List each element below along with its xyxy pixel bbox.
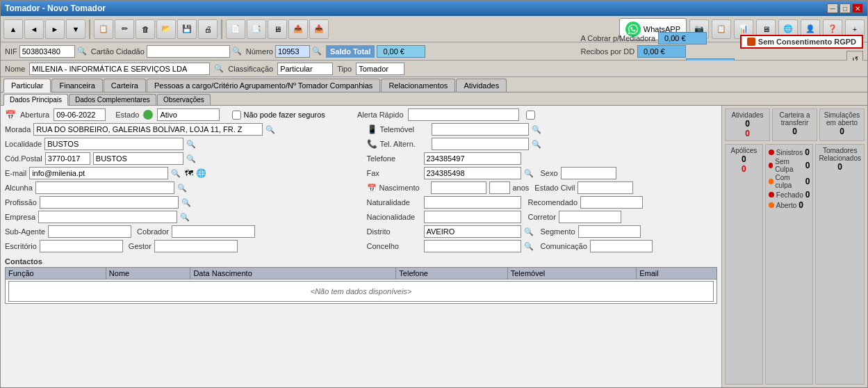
nif-input[interactable] — [19, 45, 75, 58]
tab-atividades[interactable]: Atividades — [456, 79, 507, 92]
subtab-dados-principais[interactable]: Dados Principais — [3, 94, 68, 106]
alcunha-row: Alcunha 🔍 — [5, 181, 356, 194]
nav-up-button[interactable]: ▲ — [3, 19, 23, 39]
tel-altern-input[interactable] — [432, 138, 529, 150]
numero-search-icon[interactable]: 🔍 — [312, 47, 322, 56]
nav-back-button[interactable]: ◄ — [24, 19, 44, 39]
down-icon: ▼ — [72, 25, 80, 33]
gestor-input[interactable] — [154, 240, 238, 252]
right-panel: Atividades 0 0 Carteira atransferir 0 Si… — [721, 106, 867, 387]
nav-forward-button[interactable]: ► — [45, 19, 65, 39]
save-button[interactable]: 💾 — [177, 19, 197, 39]
segmento-input[interactable] — [578, 225, 641, 238]
edit-button[interactable]: ✏ — [115, 19, 134, 39]
numero-input[interactable] — [275, 45, 310, 58]
tomadores-value: 0 — [819, 162, 861, 172]
estado-input[interactable] — [157, 108, 220, 121]
nav-down-button[interactable]: ▼ — [66, 19, 85, 39]
concelho-search-icon[interactable]: 🔍 — [524, 242, 534, 251]
fax-input[interactable] — [424, 167, 521, 179]
recomendado-input[interactable] — [580, 196, 643, 209]
alerta-checkbox[interactable] — [526, 111, 535, 120]
telemovel-search-icon[interactable]: 🔍 — [532, 125, 541, 134]
copy-button[interactable]: 📋 — [94, 19, 113, 39]
concelho-input[interactable] — [424, 240, 521, 252]
rgpd-button[interactable]: Sem Consentimento RGPD — [740, 35, 863, 49]
estado-civil-input[interactable] — [578, 181, 633, 194]
tab-pessoas[interactable]: Pessoas a cargo/Critério Agrupamento/Nº … — [147, 79, 380, 92]
nao-pode-checkbox-group[interactable]: Não pode fazer seguros — [232, 111, 325, 120]
email-input[interactable] — [29, 167, 168, 179]
email-search-icon[interactable]: 🔍 — [171, 169, 181, 178]
alcunha-input[interactable] — [35, 181, 174, 194]
print-button[interactable]: 🖨 — [198, 19, 218, 39]
sexo-input[interactable] — [561, 167, 616, 179]
nao-pode-checkbox[interactable] — [232, 111, 241, 120]
distrito-search-icon[interactable]: 🔍 — [524, 227, 534, 236]
comunicacao-input[interactable] — [590, 240, 653, 252]
cod-postal-input2[interactable] — [93, 152, 183, 165]
extra-btn-5[interactable]: 📥 — [309, 19, 329, 39]
nascimento-input[interactable] — [431, 181, 486, 194]
distrito-input[interactable] — [424, 225, 521, 238]
naturalidade-input[interactable] — [424, 196, 521, 209]
distrito-label: Distrito — [367, 227, 421, 236]
localidade-input[interactable] — [44, 138, 183, 150]
escritorio-input[interactable] — [40, 240, 123, 252]
nif-search-icon[interactable]: 🔍 — [77, 47, 87, 56]
map-icon[interactable]: 🗺 — [185, 168, 193, 178]
atividades-sub-value: 0 — [728, 129, 767, 138]
profissao-search-icon[interactable]: 🔍 — [181, 198, 191, 207]
tab-financeira[interactable]: Financeira — [51, 79, 102, 92]
window-title: Tomador - Novo Tomador — [5, 3, 106, 13]
profissao-label: Profissão — [5, 198, 37, 207]
fechado-value: 0 — [805, 190, 810, 200]
profissao-input[interactable] — [40, 196, 179, 209]
close-button[interactable]: ✕ — [852, 3, 863, 13]
minimize-button[interactable]: ─ — [827, 3, 838, 13]
recomendado-label: Recomendado — [528, 198, 578, 207]
localidade-search-icon[interactable]: 🔍 — [186, 140, 196, 149]
tel-altern-search-icon[interactable]: 🔍 — [532, 140, 541, 149]
extra-btn-1[interactable]: 📄 — [226, 19, 245, 39]
globe-icon[interactable]: 🌐 — [196, 168, 206, 178]
maximize-button[interactable]: □ — [840, 3, 851, 13]
fax-search-icon[interactable]: 🔍 — [524, 169, 534, 178]
profissao-row: Profissão 🔍 — [5, 196, 356, 209]
extra-btn-3[interactable]: 🖥 — [268, 19, 287, 39]
tab-particular[interactable]: Particular — [3, 79, 51, 92]
morada-search-icon[interactable]: 🔍 — [265, 125, 275, 134]
telefone-input[interactable] — [424, 152, 521, 165]
empresa-search-icon[interactable]: 🔍 — [180, 213, 190, 222]
morada-input[interactable] — [33, 123, 263, 136]
cartao-input[interactable] — [147, 45, 230, 58]
classificacao-input[interactable] — [277, 63, 333, 75]
tab-relacionamentos[interactable]: Relacionamentos — [381, 79, 455, 92]
nome-search-icon[interactable]: 🔍 — [214, 64, 224, 73]
cobrador-input[interactable] — [172, 225, 255, 238]
extra-btn-2[interactable]: 📑 — [247, 19, 266, 39]
tipo-input[interactable] — [356, 63, 404, 75]
alerta-rapido-input[interactable] — [408, 108, 519, 121]
empresa-input[interactable] — [38, 211, 177, 223]
corretor-input[interactable] — [559, 211, 621, 223]
simulacoes-value: 0 — [823, 127, 861, 136]
nome-input[interactable] — [29, 63, 210, 75]
cod-postal-input1[interactable] — [45, 152, 90, 165]
sub-agente-input[interactable] — [48, 225, 131, 238]
nacionalidade-input[interactable] — [424, 211, 521, 223]
delete-button[interactable]: 🗑 — [136, 19, 155, 39]
anos-input[interactable] — [489, 181, 510, 194]
subtab-dados-complementares[interactable]: Dados Complementares — [69, 94, 156, 105]
abertura-input[interactable] — [54, 108, 106, 121]
sinistros-label: Sinistros — [776, 149, 803, 156]
subtab-observacoes[interactable]: Observações — [157, 94, 211, 105]
alcunha-search-icon[interactable]: 🔍 — [177, 184, 187, 193]
tab-carteira[interactable]: Carteira — [104, 79, 146, 92]
extra-btn-4[interactable]: 📤 — [288, 19, 308, 39]
cartao-search-icon[interactable]: 🔍 — [232, 47, 242, 56]
col-funcao: Função — [6, 268, 106, 280]
cod-postal-search-icon[interactable]: 🔍 — [186, 154, 196, 163]
open-button[interactable]: 📂 — [156, 19, 176, 39]
telemovel-input[interactable] — [432, 123, 529, 136]
